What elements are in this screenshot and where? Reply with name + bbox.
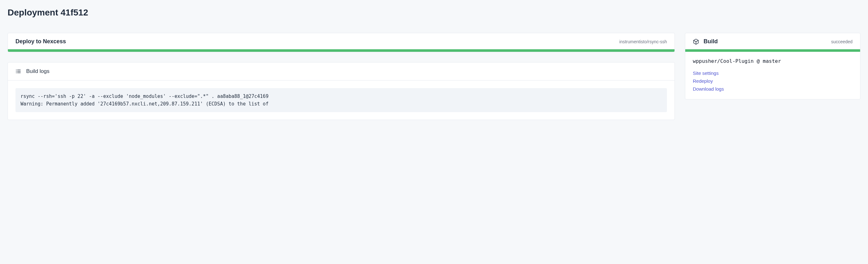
build-actions: Site settings Redeploy Download logs bbox=[693, 70, 852, 92]
log-line: rsync --rsh='ssh -p 22' -a --exclude 'no… bbox=[21, 93, 269, 99]
deploy-title: Deploy to Nexcess bbox=[16, 38, 66, 45]
build-body: wppusher/Cool-Plugin @ master Site setti… bbox=[685, 52, 860, 99]
deploy-card: Deploy to Nexcess instrumentisto/rsync-s… bbox=[7, 33, 675, 52]
list-icon bbox=[16, 68, 21, 74]
log-line: Warning: Permanently added '27c4169b57.n… bbox=[21, 101, 269, 107]
main-column: Deploy to Nexcess instrumentisto/rsync-s… bbox=[7, 33, 675, 130]
build-status: succeeded bbox=[831, 39, 852, 44]
site-settings-link[interactable]: Site settings bbox=[693, 70, 852, 76]
redeploy-link[interactable]: Redeploy bbox=[693, 78, 852, 84]
svg-point-5 bbox=[16, 72, 17, 73]
content-columns: Deploy to Nexcess instrumentisto/rsync-s… bbox=[7, 33, 861, 130]
page-title: Deployment 41f512 bbox=[7, 7, 861, 18]
deploy-card-header: Deploy to Nexcess instrumentisto/rsync-s… bbox=[8, 33, 675, 49]
build-card: Build succeeded wppusher/Cool-Plugin @ m… bbox=[685, 33, 861, 99]
build-title: Build bbox=[704, 38, 718, 45]
logs-title: Build logs bbox=[26, 68, 50, 75]
package-icon bbox=[693, 38, 699, 45]
logs-card-header: Build logs bbox=[8, 62, 675, 81]
build-repo: wppusher/Cool-Plugin @ master bbox=[693, 58, 852, 64]
deploy-image: instrumentisto/rsync-ssh bbox=[619, 39, 667, 44]
svg-point-4 bbox=[16, 71, 17, 72]
build-card-header: Build succeeded bbox=[685, 33, 860, 49]
log-output[interactable]: rsync --rsh='ssh -p 22' -a --exclude 'no… bbox=[16, 88, 667, 112]
svg-point-3 bbox=[16, 70, 17, 70]
download-logs-link[interactable]: Download logs bbox=[693, 86, 852, 92]
logs-body: rsync --rsh='ssh -p 22' -a --exclude 'no… bbox=[8, 81, 675, 120]
deploy-status-bar bbox=[8, 49, 675, 52]
logs-card: Build logs rsync --rsh='ssh -p 22' -a --… bbox=[7, 62, 675, 120]
build-status-bar bbox=[685, 49, 860, 52]
side-column: Build succeeded wppusher/Cool-Plugin @ m… bbox=[685, 33, 861, 110]
